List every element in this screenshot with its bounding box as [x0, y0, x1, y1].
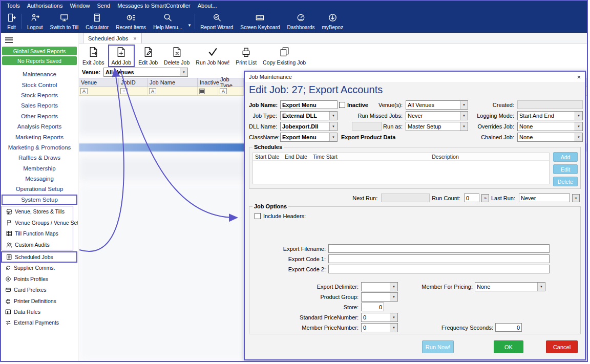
add-job-button[interactable]: Add Job [108, 45, 135, 67]
sidebar-item-raffles-draws[interactable]: Raffles & Draws [1, 153, 78, 163]
column-header-venue[interactable]: Venue [79, 78, 119, 87]
filter-cell-jobid[interactable]: = [119, 87, 148, 95]
add-schedule-button[interactable]: Add [553, 152, 578, 162]
sidebar-item-custom-audits[interactable]: Custom Audits [2, 239, 73, 250]
text-filter-icon: A [220, 88, 227, 94]
include-headers-checkbox[interactable] [255, 213, 261, 219]
close-icon[interactable]: × [133, 35, 136, 41]
chevron-down-icon: ▼ [460, 112, 468, 120]
exit-jobs-button[interactable]: Exit Jobs [80, 45, 107, 67]
member-pricenumber-select[interactable]: 0 ▼ [361, 323, 398, 332]
sidebar-item-stock-control[interactable]: Stock Control [1, 79, 78, 90]
menu-window[interactable]: Window [66, 3, 93, 9]
calculator-button[interactable]: Calculator [82, 12, 112, 31]
sidebar-item-external-payments[interactable]: External Payments [1, 317, 78, 328]
run-as-select[interactable]: Master Setup ▼ [406, 122, 468, 131]
cancel-button[interactable]: Cancel [546, 340, 578, 353]
close-icon[interactable]: × [577, 73, 581, 81]
ok-button[interactable]: OK [494, 340, 523, 353]
last-run-more-button[interactable]: » [572, 194, 580, 202]
run-job-now-button[interactable]: Run Job Now! [193, 45, 232, 67]
sidebar-item-stock-reports[interactable]: Stock Reports [1, 90, 78, 100]
filter-cell-inactive[interactable] [198, 87, 218, 95]
venue-filter-select[interactable]: All Venues ▼ [103, 68, 188, 77]
frequency-seconds-input[interactable] [495, 323, 522, 332]
export-code-2-input[interactable] [328, 265, 550, 273]
member-for-pricing-select[interactable]: None ▼ [475, 282, 545, 291]
sidebar-item-scheduled-jobs[interactable]: Scheduled Jobs [1, 251, 77, 262]
standard-pricenumber-select[interactable]: 0 ▼ [361, 313, 398, 322]
run-count-input[interactable] [464, 194, 479, 202]
column-header-inactive[interactable]: Inactive [198, 78, 218, 87]
inactive-checkbox[interactable] [339, 102, 345, 108]
sidebar-item-marketing-reports[interactable]: Marketing Reports [1, 132, 78, 142]
sidebar-item-venue-stores-tills[interactable]: Venue, Stores & Tills [2, 206, 73, 217]
sidebar-item-operational-setup[interactable]: Operational Setup [1, 184, 78, 194]
filter-cell-job-type[interactable]: A [218, 87, 244, 95]
logout-button[interactable]: Logout [24, 12, 47, 31]
dialog-title-bar[interactable]: Job Maintenance × [245, 72, 585, 82]
export-filename-input[interactable] [328, 244, 550, 253]
sidebar-item-messaging[interactable]: Messaging [1, 174, 78, 184]
help-menu-dropdown-button[interactable]: ▾ [186, 23, 194, 28]
edit-schedule-button[interactable]: Edit [553, 164, 578, 174]
sidebar-item-points-profiles[interactable]: Points Profiles [1, 273, 78, 284]
menu-about[interactable]: About... [194, 3, 221, 9]
overrides-job-select[interactable]: None ▼ [517, 122, 583, 131]
sidebar-item-marketing-promotions[interactable]: Marketing & Promotions [1, 142, 78, 153]
sidebar-item-maintenance[interactable]: Maintenance [1, 69, 78, 79]
filter-cell-venue[interactable]: A [79, 87, 119, 95]
copy-existing-job-button[interactable]: Copy Existing Job [260, 45, 308, 67]
column-header-job-name[interactable]: Job Name [148, 78, 198, 87]
dashboards-button[interactable]: Dashboards [284, 12, 319, 31]
switch-to-till-button[interactable]: Switch to Till [47, 12, 82, 31]
menu-messages-smartcontroller[interactable]: Messages to SmartController [114, 3, 194, 9]
venues-select[interactable]: All Venues ▼ [406, 100, 468, 110]
logging-mode-select[interactable]: Start And End ▼ [517, 111, 583, 120]
job-name-input[interactable] [280, 100, 338, 109]
classname-select[interactable]: Export Menu ▼ [280, 133, 338, 142]
menu-send[interactable]: Send [94, 3, 114, 9]
sidebar-item-printer-definitions[interactable]: Printer Definitions [1, 295, 78, 306]
no-reports-saved-button[interactable]: No Reports Saved [2, 56, 77, 65]
filter-cell-job-name[interactable]: A [148, 87, 198, 95]
sidebar-item-system-setup[interactable]: System Setup [2, 195, 77, 205]
menu-icon[interactable] [1, 33, 78, 46]
export-delimiter-select[interactable]: ▼ [361, 282, 398, 291]
sidebar-item-analysis-reports[interactable]: Analysis Reports [1, 121, 78, 132]
exit-button[interactable]: Exit [3, 12, 20, 31]
edit-job-button[interactable]: Edit Job [136, 45, 160, 67]
menu-authorisations[interactable]: Authorisations [24, 3, 67, 9]
schedules-list[interactable]: Start Date End Date Time Start Descripti… [252, 153, 550, 184]
screen-keyboard-button[interactable]: Screen Keyboard [237, 12, 283, 31]
job-type-select[interactable]: External DLL ▼ [280, 111, 338, 120]
menu-tools[interactable]: Tools [3, 3, 24, 9]
recent-items-button[interactable]: Recent Items [112, 12, 150, 31]
mybepoz-button[interactable]: myBepoz [318, 12, 347, 31]
print-list-button[interactable]: Print List [233, 45, 259, 67]
sidebar-item-venue-groups-sets[interactable]: Venue Groups / Venue Sets [2, 217, 73, 228]
run-count-more-button[interactable]: » [481, 194, 489, 202]
sidebar-item-supplier-comms[interactable]: Supplier Comms. [1, 263, 78, 273]
delete-schedule-button[interactable]: Delete [553, 177, 578, 186]
export-code-1-input[interactable] [328, 254, 550, 263]
delete-job-button[interactable]: Delete Job [161, 45, 192, 67]
dll-name-select[interactable]: Jobexport.Dll ▼ [280, 122, 338, 131]
run-missed-jobs-select[interactable]: Never ▼ [406, 111, 468, 120]
store-input[interactable] [361, 303, 384, 311]
chained-job-select[interactable]: None ▼ [517, 133, 583, 142]
global-saved-reports-button[interactable]: Global Saved Reports [2, 47, 77, 55]
sidebar-item-card-prefixes[interactable]: Card Prefixes [1, 284, 78, 295]
run-now-button[interactable]: Run Now! [422, 340, 454, 353]
help-menu-button[interactable]: Help Menu... [150, 12, 186, 31]
report-wizard-button[interactable]: Report Wizard [197, 12, 237, 31]
sidebar-item-data-rules[interactable]: Data Rules [1, 306, 78, 317]
sidebar-item-other-reports[interactable]: Other Reports [1, 111, 78, 121]
product-group-select[interactable]: ▼ [361, 292, 398, 302]
tab-scheduled-jobs[interactable]: Scheduled Jobs × [83, 33, 142, 44]
sidebar-item-till-function-maps[interactable]: Till Function Maps [2, 228, 73, 239]
sidebar-item-sales-reports[interactable]: Sales Reports [1, 100, 78, 111]
sidebar-item-membership[interactable]: Membership [1, 163, 78, 174]
column-header-job-type[interactable]: Job Type [218, 78, 244, 87]
column-header-jobid[interactable]: JobID [119, 78, 148, 87]
